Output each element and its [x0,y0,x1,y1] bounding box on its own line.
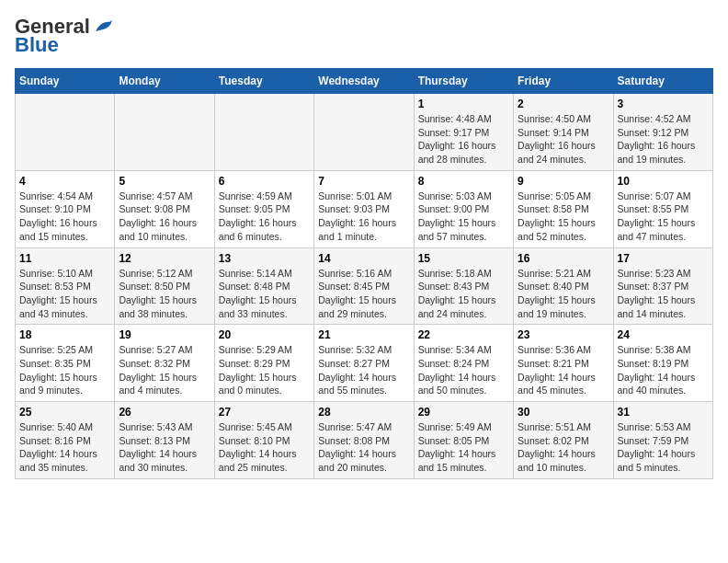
calendar-cell [16,94,115,171]
calendar-cell: 11Sunrise: 5:10 AM Sunset: 8:53 PM Dayli… [16,247,115,325]
calendar-cell: 6Sunrise: 4:59 AM Sunset: 9:05 PM Daylig… [214,170,313,247]
day-number: 13 [219,252,310,265]
calendar-cell: 22Sunrise: 5:34 AM Sunset: 8:24 PM Dayli… [414,325,513,402]
day-info: Sunrise: 5:23 AM Sunset: 8:37 PM Dayligh… [618,267,709,321]
logo-blue: Blue [15,33,59,57]
calendar-week: 18Sunrise: 5:25 AM Sunset: 8:35 PM Dayli… [16,325,713,402]
day-info: Sunrise: 5:03 AM Sunset: 9:00 PM Dayligh… [418,190,509,244]
day-number: 19 [119,328,210,341]
day-number: 30 [518,406,609,419]
calendar-cell: 4Sunrise: 4:54 AM Sunset: 9:10 PM Daylig… [16,170,115,247]
day-number: 26 [119,406,210,419]
day-info: Sunrise: 5:18 AM Sunset: 8:43 PM Dayligh… [418,267,509,321]
day-info: Sunrise: 5:36 AM Sunset: 8:21 PM Dayligh… [518,343,609,397]
day-of-week-header: Friday [514,69,613,94]
day-info: Sunrise: 5:38 AM Sunset: 8:19 PM Dayligh… [618,343,709,397]
day-number: 2 [518,98,609,110]
day-number: 8 [418,175,509,188]
day-info: Sunrise: 4:50 AM Sunset: 9:14 PM Dayligh… [518,112,609,167]
day-info: Sunrise: 5:07 AM Sunset: 8:55 PM Dayligh… [618,190,709,244]
calendar-cell: 30Sunrise: 5:51 AM Sunset: 8:02 PM Dayli… [514,402,613,479]
calendar-cell: 3Sunrise: 4:52 AM Sunset: 9:12 PM Daylig… [613,94,712,171]
day-number: 22 [418,328,509,341]
day-info: Sunrise: 5:25 AM Sunset: 8:35 PM Dayligh… [19,343,110,397]
calendar-cell: 7Sunrise: 5:01 AM Sunset: 9:03 PM Daylig… [314,170,414,247]
calendar-week: 4Sunrise: 4:54 AM Sunset: 9:10 PM Daylig… [16,170,713,247]
calendar-week: 11Sunrise: 5:10 AM Sunset: 8:53 PM Dayli… [16,247,713,325]
calendar-table: SundayMondayTuesdayWednesdayThursdayFrid… [15,68,713,479]
day-number: 27 [219,406,310,419]
day-number: 23 [518,328,609,341]
calendar-cell: 5Sunrise: 4:57 AM Sunset: 9:08 PM Daylig… [115,170,214,247]
day-number: 15 [418,252,509,265]
day-info: Sunrise: 5:40 AM Sunset: 8:16 PM Dayligh… [19,420,110,475]
day-info: Sunrise: 5:29 AM Sunset: 8:29 PM Dayligh… [219,343,310,397]
calendar-cell: 8Sunrise: 5:03 AM Sunset: 9:00 PM Daylig… [414,170,513,247]
calendar-cell: 19Sunrise: 5:27 AM Sunset: 8:32 PM Dayli… [115,325,214,402]
day-info: Sunrise: 4:57 AM Sunset: 9:08 PM Dayligh… [119,190,210,244]
day-info: Sunrise: 4:52 AM Sunset: 9:12 PM Dayligh… [618,112,709,167]
calendar-cell [314,94,414,171]
day-number: 17 [618,252,709,265]
day-info: Sunrise: 5:10 AM Sunset: 8:53 PM Dayligh… [19,267,110,321]
day-number: 9 [518,175,609,188]
calendar-cell: 21Sunrise: 5:32 AM Sunset: 8:27 PM Dayli… [314,325,414,402]
day-number: 29 [418,406,509,419]
calendar-cell: 17Sunrise: 5:23 AM Sunset: 8:37 PM Dayli… [613,247,712,325]
calendar-cell: 29Sunrise: 5:49 AM Sunset: 8:05 PM Dayli… [414,402,513,479]
logo-bird-icon [94,18,114,35]
day-info: Sunrise: 5:51 AM Sunset: 8:02 PM Dayligh… [518,420,609,475]
day-info: Sunrise: 5:05 AM Sunset: 8:58 PM Dayligh… [518,190,609,244]
day-number: 7 [318,175,409,188]
day-number: 16 [518,252,609,265]
day-info: Sunrise: 5:27 AM Sunset: 8:32 PM Dayligh… [119,343,210,397]
header-row: SundayMondayTuesdayWednesdayThursdayFrid… [16,69,713,94]
calendar-cell [214,94,313,171]
calendar-cell: 1Sunrise: 4:48 AM Sunset: 9:17 PM Daylig… [414,94,513,171]
day-info: Sunrise: 4:54 AM Sunset: 9:10 PM Dayligh… [19,190,110,244]
calendar-cell: 15Sunrise: 5:18 AM Sunset: 8:43 PM Dayli… [414,247,513,325]
page-header: General Blue [15,15,713,57]
calendar-cell: 26Sunrise: 5:43 AM Sunset: 8:13 PM Dayli… [115,402,214,479]
calendar-cell: 2Sunrise: 4:50 AM Sunset: 9:14 PM Daylig… [514,94,613,171]
day-number: 31 [618,406,709,419]
day-number: 11 [19,252,110,265]
day-info: Sunrise: 5:49 AM Sunset: 8:05 PM Dayligh… [418,420,509,475]
calendar-cell: 28Sunrise: 5:47 AM Sunset: 8:08 PM Dayli… [314,402,414,479]
calendar-cell: 24Sunrise: 5:38 AM Sunset: 8:19 PM Dayli… [613,325,712,402]
day-of-week-header: Wednesday [314,69,414,94]
day-number: 24 [618,328,709,341]
day-number: 3 [618,98,709,110]
calendar-cell: 16Sunrise: 5:21 AM Sunset: 8:40 PM Dayli… [514,247,613,325]
day-of-week-header: Tuesday [214,69,313,94]
day-number: 12 [119,252,210,265]
calendar-cell: 27Sunrise: 5:45 AM Sunset: 8:10 PM Dayli… [214,402,313,479]
day-info: Sunrise: 5:21 AM Sunset: 8:40 PM Dayligh… [518,267,609,321]
day-number: 21 [318,328,409,341]
day-info: Sunrise: 4:59 AM Sunset: 9:05 PM Dayligh… [219,190,310,244]
calendar-cell: 14Sunrise: 5:16 AM Sunset: 8:45 PM Dayli… [314,247,414,325]
day-info: Sunrise: 5:53 AM Sunset: 7:59 PM Dayligh… [618,420,709,475]
day-number: 20 [219,328,310,341]
logo: General Blue [15,15,114,57]
calendar-cell [115,94,214,171]
day-info: Sunrise: 5:34 AM Sunset: 8:24 PM Dayligh… [418,343,509,397]
day-of-week-header: Monday [115,69,214,94]
day-number: 5 [119,175,210,188]
calendar-cell: 20Sunrise: 5:29 AM Sunset: 8:29 PM Dayli… [214,325,313,402]
calendar-week: 1Sunrise: 4:48 AM Sunset: 9:17 PM Daylig… [16,94,713,171]
calendar-cell: 31Sunrise: 5:53 AM Sunset: 7:59 PM Dayli… [613,402,712,479]
calendar-cell: 12Sunrise: 5:12 AM Sunset: 8:50 PM Dayli… [115,247,214,325]
calendar-cell: 10Sunrise: 5:07 AM Sunset: 8:55 PM Dayli… [613,170,712,247]
day-info: Sunrise: 5:43 AM Sunset: 8:13 PM Dayligh… [119,420,210,475]
day-info: Sunrise: 4:48 AM Sunset: 9:17 PM Dayligh… [418,112,509,167]
calendar-cell: 9Sunrise: 5:05 AM Sunset: 8:58 PM Daylig… [514,170,613,247]
day-number: 1 [418,98,509,110]
day-number: 6 [219,175,310,188]
day-info: Sunrise: 5:12 AM Sunset: 8:50 PM Dayligh… [119,267,210,321]
day-info: Sunrise: 5:47 AM Sunset: 8:08 PM Dayligh… [318,420,409,475]
calendar-cell: 25Sunrise: 5:40 AM Sunset: 8:16 PM Dayli… [16,402,115,479]
calendar-cell: 13Sunrise: 5:14 AM Sunset: 8:48 PM Dayli… [214,247,313,325]
day-number: 14 [318,252,409,265]
calendar-cell: 23Sunrise: 5:36 AM Sunset: 8:21 PM Dayli… [514,325,613,402]
